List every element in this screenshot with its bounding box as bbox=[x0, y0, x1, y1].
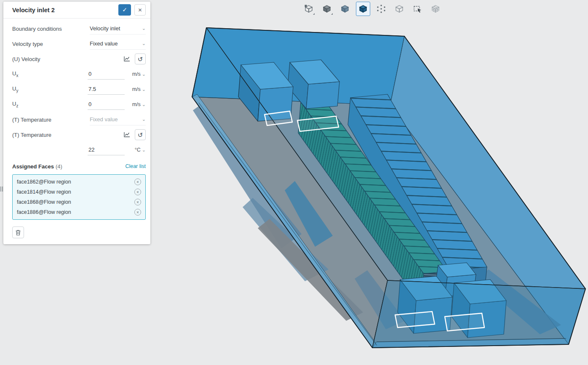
face-list-item[interactable]: face1868@Flow region × bbox=[13, 197, 145, 207]
velocity-type-select[interactable]: Fixed value ⌄ bbox=[90, 38, 146, 50]
uz-label: Uz bbox=[12, 101, 88, 108]
chevron-down-icon: ⌄ bbox=[142, 41, 146, 46]
remove-face-button[interactable]: × bbox=[134, 179, 141, 185]
temperature-type-value: Fixed value bbox=[90, 116, 118, 123]
isolate-view-icon[interactable] bbox=[302, 2, 316, 16]
temperature-unit-select[interactable]: °C ⌄ bbox=[129, 147, 146, 153]
solid-view-icon[interactable] bbox=[320, 2, 334, 16]
surface-edges-view-icon[interactable] bbox=[356, 2, 370, 16]
chevron-down-icon: ⌄ bbox=[142, 87, 146, 92]
check-icon: ✓ bbox=[122, 6, 127, 13]
chart-icon bbox=[123, 56, 130, 62]
ux-input[interactable] bbox=[88, 69, 125, 80]
temperature-table-input-button[interactable] bbox=[121, 129, 132, 140]
boundary-conditions-label: Boundary conditions bbox=[12, 26, 90, 32]
remove-icon: × bbox=[136, 200, 139, 205]
temperature-input[interactable] bbox=[88, 145, 125, 155]
box-select-icon[interactable] bbox=[410, 2, 425, 16]
chevron-down-icon: ⌄ bbox=[142, 102, 146, 107]
velocity-type-value: Fixed value bbox=[90, 40, 118, 47]
temperature-label: (T) Temperature bbox=[12, 132, 121, 138]
undo-icon: ↺ bbox=[138, 132, 143, 138]
row-temperature-value: °C ⌄ bbox=[12, 142, 146, 157]
delete-button[interactable] bbox=[12, 226, 24, 238]
remove-icon: × bbox=[136, 180, 139, 184]
face-list-item[interactable]: face1862@Flow region × bbox=[13, 177, 145, 187]
face-list-item[interactable]: face1814@Flow region × bbox=[13, 187, 145, 197]
selected-face-highlight-4[interactable] bbox=[445, 313, 484, 331]
undo-icon: ↺ bbox=[138, 56, 143, 62]
apply-button[interactable]: ✓ bbox=[118, 4, 131, 16]
row-u-velocity: (U) Velocity ↺ bbox=[12, 51, 146, 67]
boundary-conditions-value: Velocity inlet bbox=[90, 25, 120, 32]
remove-face-button[interactable]: × bbox=[134, 209, 141, 216]
row-uy: Uy m/s ⌄ bbox=[12, 82, 146, 97]
chevron-down-icon: ⌄ bbox=[142, 26, 146, 31]
temperature-type-select[interactable]: Fixed value ⌄ bbox=[90, 114, 146, 125]
chevron-down-icon: ⌄ bbox=[142, 72, 146, 77]
panel-footer bbox=[12, 226, 146, 238]
remove-face-button[interactable]: × bbox=[134, 199, 141, 205]
uz-unit-select[interactable]: m/s ⌄ bbox=[129, 101, 146, 107]
velocity-type-label: Velocity type bbox=[12, 41, 90, 47]
selected-face-highlight-3[interactable] bbox=[395, 312, 435, 328]
close-button[interactable]: ✕ bbox=[134, 4, 146, 16]
row-velocity-type: Velocity type Fixed value ⌄ bbox=[12, 36, 146, 51]
uz-input[interactable] bbox=[88, 99, 125, 110]
close-icon: ✕ bbox=[138, 7, 142, 13]
velocity-table-input-button[interactable] bbox=[121, 53, 132, 64]
remove-face-button[interactable]: × bbox=[134, 189, 141, 195]
view-toolbar bbox=[302, 2, 443, 16]
chevron-down-icon: ⌄ bbox=[142, 148, 146, 152]
assigned-faces-header: Assigned Faces (4) Clear list bbox=[12, 162, 146, 171]
points-view-icon[interactable] bbox=[374, 2, 388, 16]
face-list-item[interactable]: face1886@Flow region × bbox=[13, 207, 145, 217]
row-temperature-buttons: (T) Temperature ↺ bbox=[12, 127, 146, 142]
ux-label: Ux bbox=[12, 70, 88, 78]
boundary-conditions-select[interactable]: Velocity inlet ⌄ bbox=[90, 23, 146, 35]
panel-title: Velocity inlet 2 bbox=[12, 7, 115, 13]
row-boundary-conditions: Boundary conditions Velocity inlet ⌄ bbox=[12, 21, 146, 36]
mesh-view-icon[interactable] bbox=[428, 2, 443, 16]
clear-list-button[interactable]: Clear list bbox=[125, 163, 146, 169]
trash-icon bbox=[15, 229, 21, 236]
temperature-reset-button[interactable]: ↺ bbox=[135, 129, 146, 140]
panel-header: Velocity inlet 2 ✓ ✕ bbox=[3, 2, 150, 19]
assigned-faces-count: (4) bbox=[56, 163, 62, 170]
boundary-condition-panel: Velocity inlet 2 ✓ ✕ Boundary conditions… bbox=[3, 2, 150, 244]
temperature-type-label: (T) Temperature bbox=[12, 117, 90, 123]
transparent-view-icon[interactable] bbox=[392, 2, 406, 16]
uy-label: Uy bbox=[12, 85, 88, 93]
chevron-down-icon: ⌄ bbox=[142, 117, 146, 122]
surface-view-icon[interactable] bbox=[338, 2, 352, 16]
assigned-faces-label: Assigned Faces bbox=[12, 163, 54, 170]
uy-unit-select[interactable]: m/s ⌄ bbox=[129, 86, 146, 92]
remove-icon: × bbox=[136, 190, 139, 194]
row-temperature-type: (T) Temperature Fixed value ⌄ bbox=[12, 112, 146, 127]
row-uz: Uz m/s ⌄ bbox=[12, 97, 146, 112]
uy-input[interactable] bbox=[88, 84, 125, 95]
velocity-reset-button[interactable]: ↺ bbox=[135, 53, 146, 64]
ux-unit-select[interactable]: m/s ⌄ bbox=[129, 71, 146, 77]
chart-icon bbox=[123, 132, 130, 138]
row-ux: Ux m/s ⌄ bbox=[12, 67, 146, 82]
u-velocity-label: (U) Velocity bbox=[12, 56, 121, 62]
assigned-faces-list: face1862@Flow region × face1814@Flow reg… bbox=[12, 174, 146, 220]
remove-icon: × bbox=[136, 210, 139, 215]
